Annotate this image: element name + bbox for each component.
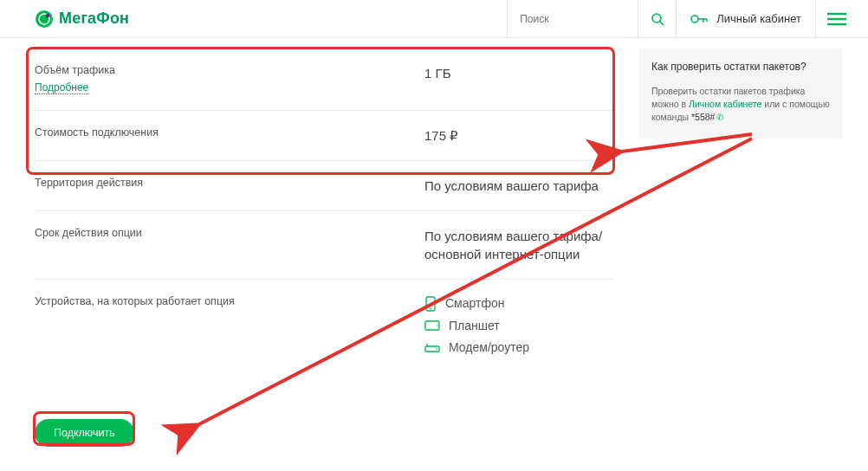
sidebar-cmd: *558# — [691, 112, 715, 122]
svg-point-0 — [36, 10, 53, 28]
header: МегаФон Личный кабинет — [0, 0, 868, 38]
sidebar-text: Проверить остатки пакетов трафика можно … — [651, 85, 830, 125]
search-button[interactable] — [638, 0, 677, 37]
svg-point-15 — [437, 326, 438, 327]
duration-value: По условиям вашего тарифа/основной интер… — [424, 227, 615, 263]
row-cost: Стоимость подключения 175 ₽ — [35, 111, 615, 161]
svg-point-2 — [46, 13, 49, 16]
phone-icon: ✆ — [716, 113, 723, 122]
brand-name: МегаФон — [59, 10, 129, 28]
device-tablet: Планшет — [424, 318, 615, 335]
row-territory: Территория действия По условиям вашего т… — [35, 161, 615, 211]
traffic-label-cell: Объём трафика Подробнее — [35, 64, 424, 94]
svg-point-13 — [430, 307, 431, 309]
row-traffic: Объём трафика Подробнее 1 ГБ — [35, 48, 615, 111]
cost-label: Стоимость подключения — [35, 126, 424, 139]
logo[interactable]: МегаФон — [35, 10, 129, 29]
device-modem-label: Модем/роутер — [449, 339, 529, 357]
traffic-label: Объём трафика — [35, 64, 115, 76]
territory-value: По условиям вашего тарифа — [424, 177, 615, 195]
duration-label: Срок действия опции — [35, 227, 424, 239]
device-smartphone: Смартфон — [424, 295, 615, 313]
cost-value: 175 ₽ — [424, 126, 615, 145]
device-smartphone-label: Смартфон — [445, 295, 504, 313]
device-modem: Модем/роутер — [424, 339, 615, 357]
more-link[interactable]: Подробнее — [35, 81, 88, 94]
search-input[interactable] — [508, 0, 638, 37]
sidebar-title: Как проверить остатки пакетов? — [651, 61, 830, 73]
smartphone-icon — [424, 296, 437, 312]
devices-list: Смартфон Планшет Модем/роутер — [424, 295, 615, 357]
svg-line-4 — [660, 22, 664, 25]
connect-button[interactable]: Подключить — [35, 419, 134, 447]
logo-icon — [35, 10, 54, 29]
device-tablet-label: Планшет — [449, 318, 500, 335]
hamburger-icon — [827, 12, 846, 26]
territory-label: Территория действия — [35, 177, 424, 189]
connect-area: Подключить — [35, 419, 134, 447]
svg-point-5 — [691, 16, 698, 23]
devices-label: Устройства, на которых работает опция — [35, 295, 424, 307]
row-devices: Устройства, на которых работает опция См… — [35, 280, 615, 372]
modem-icon — [424, 343, 440, 353]
personal-account-link[interactable]: Личный кабинет — [677, 0, 816, 37]
search-icon — [651, 12, 664, 26]
menu-button[interactable] — [816, 0, 858, 37]
tablet-icon — [424, 319, 440, 332]
sidebar-help: Как проверить остатки пакетов? Проверить… — [639, 48, 842, 139]
traffic-value: 1 ГБ — [424, 64, 615, 82]
option-details: Объём трафика Подробнее 1 ГБ Стоимость п… — [35, 48, 615, 372]
sidebar-lk-link[interactable]: Личном кабинете — [689, 99, 761, 109]
svg-point-17 — [436, 348, 437, 350]
key-icon — [690, 13, 708, 25]
search-box — [507, 0, 638, 37]
svg-point-3 — [652, 14, 661, 23]
row-duration: Срок действия опции По условиям вашего т… — [35, 211, 615, 280]
personal-account-label: Личный кабинет — [716, 12, 801, 25]
